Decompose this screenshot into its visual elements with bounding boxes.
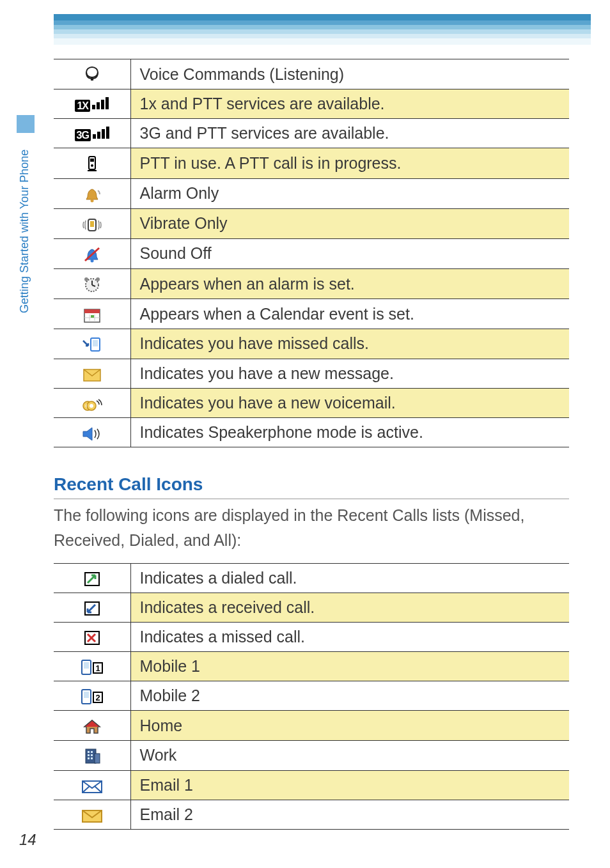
svg-point-0 [86,67,98,77]
table-row: Indicates a received call. [54,593,569,622]
svg-text:1: 1 [95,663,100,673]
svg-rect-7 [90,221,94,227]
alarm-set-icon [54,268,130,298]
section-tab-label: Getting Started with Your Phone [18,136,31,327]
icon-description: Mobile 2 [130,681,569,711]
page-number: 14 [19,831,36,849]
work-icon [54,740,130,770]
svg-rect-32 [84,662,89,669]
icon-description: Indicates you have a new voicemail. [130,389,569,418]
icon-description: Indicates you have missed calls. [130,329,569,359]
icon-description: Indicates a received call. [130,593,569,622]
svg-rect-41 [91,751,93,753]
voice-commands-icon [54,59,130,89]
icon-description: Indicates a missed call. [130,622,569,651]
table-row: Indicates you have missed calls. [54,329,569,359]
svg-point-5 [90,199,93,203]
new-message-icon [54,359,130,389]
icon-description: Voice Commands (Listening) [130,59,569,89]
svg-rect-20 [91,315,94,318]
table-row: 2 Mobile 2 [54,681,569,711]
mobile-1-icon: 1 [54,651,130,681]
svg-rect-45 [91,757,93,759]
email-2-icon [54,800,130,830]
page-content: Voice Commands (Listening) 1X 1x and PTT… [54,59,569,830]
icon-description: Appears when a Calendar event is set. [130,299,569,329]
header-gradient-band [54,14,591,45]
icon-description: Home [130,711,569,740]
icon-description: Indicates you have a new message. [130,359,569,389]
svg-rect-43 [91,754,93,756]
icon-description: Vibrate Only [130,209,569,238]
sound-off-icon [54,238,130,268]
svg-text:2: 2 [95,693,100,702]
signal-1x-icon: 1X [54,89,130,119]
icon-description: Work [130,740,569,770]
icon-description: Mobile 1 [130,651,569,681]
icon-description: Alarm Only [130,178,569,208]
svg-point-4 [91,164,93,167]
svg-rect-44 [88,757,90,759]
icon-description: 3G and PTT services are available. [130,119,569,148]
new-voicemail-icon [54,389,130,418]
icon-description: 1x and PTT services are available. [130,89,569,119]
svg-point-14 [96,277,100,281]
calendar-event-icon [54,299,130,329]
svg-rect-42 [88,754,90,756]
icon-description: Email 1 [130,771,569,800]
missed-calls-icon [54,329,130,359]
table-row: Sound Off [54,238,569,268]
missed-call-icon [54,622,130,651]
icon-description: Sound Off [130,238,569,268]
table-row: Appears when a Calendar event is set. [54,299,569,329]
table-row: Email 1 [54,771,569,800]
table-row: 1X 1x and PTT services are available. [54,89,569,119]
vibrate-only-icon [54,209,130,238]
svg-rect-16 [84,309,100,313]
received-call-icon [54,593,130,622]
table-row: Appears when an alarm is set. [54,268,569,298]
table-row: Alarm Only [54,178,569,208]
icon-description: Appears when an alarm is set. [130,268,569,298]
recent-call-icons-heading: Recent Call Icons [54,474,569,499]
svg-rect-40 [88,751,90,753]
table-row: Indicates Speakerphone mode is active. [54,418,569,447]
dialed-call-icon [54,563,130,593]
svg-point-27 [90,404,93,408]
icon-description: Indicates a dialed call. [130,563,569,593]
icon-description: Email 2 [130,800,569,830]
table-row: Indicates a missed call. [54,622,569,651]
table-row: Indicates you have a new message. [54,359,569,389]
home-icon [54,711,130,740]
table-row: Work [54,740,569,770]
table-row: Vibrate Only [54,209,569,238]
recent-calls-table: Indicates a dialed call. Indicates a rec… [54,563,569,830]
table-row: Indicates you have a new voicemail. [54,389,569,418]
svg-rect-22 [93,340,98,346]
section-tab: Getting Started with Your Phone [13,115,37,327]
table-row: Indicates a dialed call. [54,563,569,593]
table-row: 3G 3G and PTT services are available. [54,119,569,148]
svg-rect-36 [84,692,89,698]
ptt-in-use-icon [54,148,130,178]
table-row: 1 Mobile 1 [54,651,569,681]
email-1-icon [54,771,130,800]
recent-call-icons-description: The following icons are displayed in the… [54,503,569,553]
signal-3g-icon: 3G [54,119,130,148]
table-row: Email 2 [54,800,569,830]
alarm-only-icon [54,178,130,208]
status-icons-table: Voice Commands (Listening) 1X 1x and PTT… [54,59,569,447]
svg-point-8 [90,259,93,262]
svg-rect-3 [90,159,94,162]
table-row: Voice Commands (Listening) [54,59,569,89]
speakerphone-icon [54,418,130,447]
svg-rect-46 [95,754,100,763]
mobile-2-icon: 2 [54,681,130,711]
table-row: Home [54,711,569,740]
svg-point-13 [84,277,88,281]
icon-description: PTT in use. A PTT call is in progress. [130,148,569,178]
table-row: PTT in use. A PTT call is in progress. [54,148,569,178]
section-tab-marker [17,115,35,133]
icon-description: Indicates Speakerphone mode is active. [130,418,569,447]
